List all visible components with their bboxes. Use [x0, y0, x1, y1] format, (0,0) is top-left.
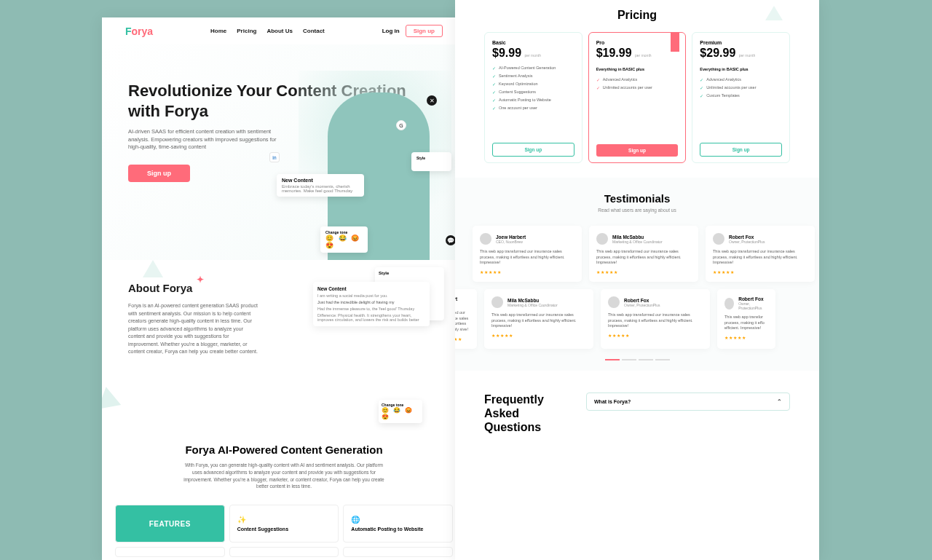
- brand-logo[interactable]: Forya: [125, 25, 153, 37]
- star-icon: ★★★★★: [596, 269, 691, 275]
- star-icon: ★★★★★: [724, 335, 768, 340]
- feature-card[interactable]: [343, 547, 453, 557]
- hero-signup-button[interactable]: Sign up: [128, 165, 190, 182]
- avatar: [596, 233, 608, 245]
- style-picker-card: Style: [411, 152, 451, 171]
- sparkle-icon: ✨: [237, 516, 331, 524]
- about-body: Forya is an AI-powered content generatio…: [128, 302, 259, 356]
- feature-content-suggestions[interactable]: ✨ Content Suggestions: [229, 505, 339, 543]
- plan-basic: Basic $9.99 per month AI-Powered Content…: [484, 32, 582, 163]
- avatar: [608, 296, 620, 308]
- login-link[interactable]: Log in: [382, 28, 400, 34]
- star-icon: ★★★★★: [608, 333, 703, 338]
- feature-card[interactable]: [229, 547, 339, 557]
- testimonial-card: Robert FoxOwner, ProtectionPlus This web…: [706, 226, 815, 282]
- testimonials-title: Testimonials: [455, 192, 819, 205]
- testimonials-sub: Read what users are saying about us: [455, 208, 819, 213]
- nav-links: Home Pricing About Us Contact: [210, 28, 325, 34]
- tone-card: Change tone 😊 😂 😡 😍: [320, 226, 368, 253]
- plan-basic-signup[interactable]: Sign up: [492, 143, 574, 157]
- linkedin-icon: in: [269, 152, 280, 162]
- landing-page-bottom: Pricing Basic $9.99 per month AI-Powered…: [455, 0, 819, 560]
- nav-pricing[interactable]: Pricing: [237, 28, 256, 34]
- plan-pro: Pro $19.99 per month Everything in BASIC…: [588, 32, 687, 163]
- signup-button-outline[interactable]: Sign up: [406, 25, 443, 37]
- hero-section: Revolutionize Your Content Creation with…: [102, 44, 466, 260]
- hero-subtitle: AI-driven SAAS for efficient content cre…: [128, 128, 281, 151]
- landing-page-top: Forya Home Pricing About Us Contact Log …: [102, 17, 466, 560]
- testimonial-card: Mila McSabbuMarketing & Office Coordinat…: [484, 289, 593, 349]
- avatar: [480, 233, 491, 245]
- features-section: Forya AI-Powered Content Generation With…: [102, 427, 466, 557]
- feature-tab-features[interactable]: FEATURES: [115, 505, 225, 543]
- testimonial-card: HarberteonBrew ...sformed our insurance …: [455, 289, 477, 349]
- new-content-card: New Content Embrace today's moments, che…: [277, 174, 364, 197]
- chat-icon: 💬: [446, 235, 456, 245]
- top-nav: Forya Home Pricing About Us Contact Log …: [102, 17, 466, 44]
- faq-section: Frequently Asked Questions What is Forya…: [455, 371, 819, 435]
- feature-card[interactable]: [115, 547, 225, 557]
- triangle-icon: [765, 6, 783, 20]
- triangle-icon: [143, 260, 163, 277]
- google-icon: G: [396, 120, 406, 130]
- popular-ribbon: [671, 33, 679, 52]
- avatar: [724, 298, 734, 309]
- star-icon: ★★★★★: [480, 269, 574, 275]
- features-title: Forya AI-Powered Content Generation: [115, 443, 453, 456]
- star-icon: ★★★★★: [455, 336, 470, 342]
- star-icon: ★★★★★: [491, 333, 586, 338]
- nav-about[interactable]: About Us: [266, 28, 293, 34]
- tone-card: Change tone 😊 😂 😡 😍: [379, 400, 422, 423]
- about-section: About Forya Forya is an AI-powered conte…: [102, 260, 466, 427]
- close-icon: ✕: [427, 95, 437, 106]
- plan-premium: Premium $29.99 per month Everything in B…: [692, 32, 790, 163]
- plan-premium-signup[interactable]: Sign up: [700, 143, 782, 157]
- faq-title: Frequently Asked Questions: [484, 393, 572, 435]
- avatar: [713, 233, 724, 245]
- triangle-icon: [102, 384, 121, 409]
- testimonial-card: Robert FoxOwner, ProtectionPlus This web…: [717, 289, 775, 349]
- avatar: [491, 296, 503, 308]
- pricing-section: Pricing Basic $9.99 per month AI-Powered…: [455, 0, 819, 178]
- new-content-card: New Content I am writing a social media …: [313, 282, 430, 326]
- chevron-up-icon: ⌃: [777, 398, 782, 405]
- carousel-pager[interactable]: [455, 359, 819, 360]
- testimonial-card: Joew HarbertCEO, NoonBrew This web app t…: [473, 226, 582, 282]
- testimonial-card: Mila McSabbuMarketing & Office Coordinat…: [589, 226, 698, 282]
- plan-pro-signup[interactable]: Sign up: [596, 144, 679, 157]
- star-icon: ★★★★★: [713, 269, 807, 275]
- testimonials-section: Testimonials Read what users are saying …: [455, 178, 819, 371]
- pricing-title: Pricing: [484, 9, 790, 22]
- nav-home[interactable]: Home: [210, 28, 226, 34]
- testimonial-card: Robert FoxOwner, ProtectionPlus This web…: [601, 289, 710, 349]
- nav-contact[interactable]: Contact: [303, 28, 325, 34]
- features-sub: With Forya, you can generate high-qualit…: [182, 462, 386, 490]
- globe-icon: 🌐: [351, 516, 445, 524]
- feature-auto-posting[interactable]: 🌐 Automatic Posting to Website: [343, 505, 453, 543]
- about-title: About Forya: [128, 282, 192, 294]
- faq-item[interactable]: What is Forya?⌃: [586, 393, 790, 411]
